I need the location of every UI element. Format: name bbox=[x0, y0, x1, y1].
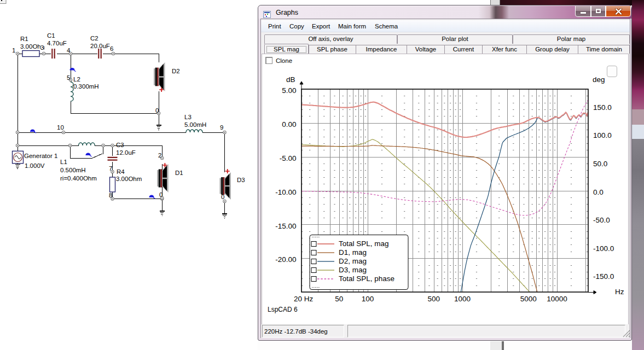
svg-text:D2, mag: D2, mag bbox=[339, 257, 367, 265]
svg-text:D1, mag: D1, mag bbox=[339, 248, 367, 256]
svg-text:D3, mag: D3, mag bbox=[339, 266, 367, 274]
svg-text:20 Hz: 20 Hz bbox=[294, 295, 314, 303]
svg-text:500: 500 bbox=[428, 295, 440, 303]
svg-text:0.00: 0.00 bbox=[282, 120, 296, 129]
svg-text:-150.0: -150.0 bbox=[593, 272, 614, 281]
svg-text:50.0: 50.0 bbox=[593, 160, 607, 168]
svg-text:50: 50 bbox=[335, 295, 343, 303]
svg-text:Total SPL, phase: Total SPL, phase bbox=[339, 275, 394, 283]
svg-text:0.0: 0.0 bbox=[593, 188, 604, 196]
svg-text:150.0: 150.0 bbox=[593, 103, 612, 112]
svg-text:dB: dB bbox=[286, 75, 295, 84]
svg-text:100.0: 100.0 bbox=[593, 131, 612, 139]
svg-text:-50.0: -50.0 bbox=[593, 216, 610, 224]
svg-text:deg: deg bbox=[593, 75, 605, 84]
svg-text:10000: 10000 bbox=[547, 295, 567, 303]
svg-text:-10.00: -10.00 bbox=[275, 188, 296, 196]
svg-text:-15.00: -15.00 bbox=[275, 222, 296, 230]
svg-text:1000: 1000 bbox=[454, 295, 471, 303]
svg-text:100: 100 bbox=[362, 295, 374, 303]
svg-text:5.00: 5.00 bbox=[282, 86, 296, 95]
svg-text:-100.0: -100.0 bbox=[593, 244, 614, 253]
svg-text:Hz: Hz bbox=[615, 288, 624, 296]
svg-text:-20.00: -20.00 bbox=[275, 255, 296, 264]
svg-text:Total SPL, mag: Total SPL, mag bbox=[339, 240, 389, 248]
svg-text:5000: 5000 bbox=[520, 295, 537, 303]
svg-text:-5.00: -5.00 bbox=[280, 154, 297, 162]
